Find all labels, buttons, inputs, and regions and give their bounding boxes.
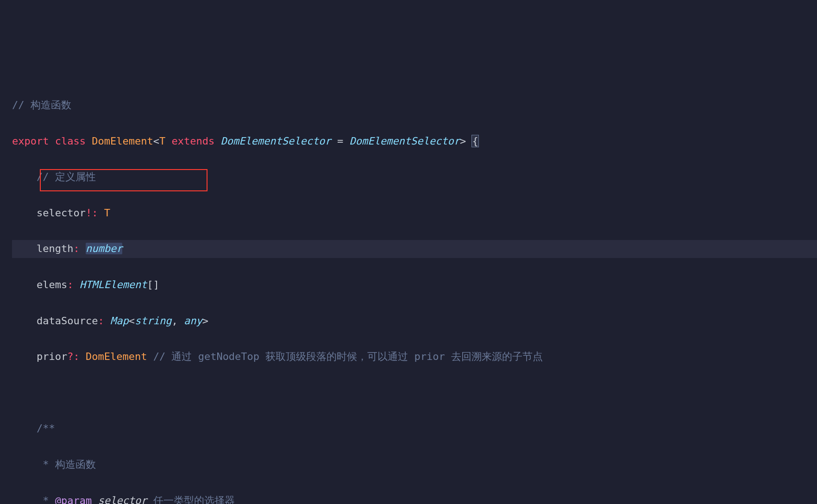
- selection: number: [86, 243, 122, 254]
- code-line: [12, 384, 817, 402]
- code-line: /**: [12, 420, 817, 438]
- code-line: // 构造函数: [12, 96, 817, 114]
- code-line: selector!: T: [12, 204, 817, 222]
- code-line: // 定义属性: [12, 168, 817, 186]
- comment: // 定义属性: [37, 171, 96, 183]
- comment: // 通过 getNodeTop 获取顶级段落的时候，可以通过 prior 去回…: [147, 351, 543, 362]
- code-line: * @param selector 任一类型的选择器: [12, 492, 817, 504]
- code-line-current: length: number: [12, 240, 817, 258]
- comment: // 构造函数: [12, 99, 71, 111]
- doc-tag-param: @param: [49, 495, 92, 504]
- code-editor[interactable]: // 构造函数 export class DomElement<T extend…: [12, 78, 817, 504]
- code-line: prior?: DomElement // 通过 getNodeTop 获取顶级…: [12, 348, 817, 366]
- code-line: elems: HTMLElement[]: [12, 276, 817, 294]
- code-line: * 构造函数: [12, 456, 817, 474]
- code-line: dataSource: Map<string, any>: [12, 312, 817, 330]
- brace-open: {: [472, 135, 478, 147]
- code-line: export class DomElement<T extends DomEle…: [12, 132, 817, 151]
- doc-comment: /**: [37, 422, 55, 434]
